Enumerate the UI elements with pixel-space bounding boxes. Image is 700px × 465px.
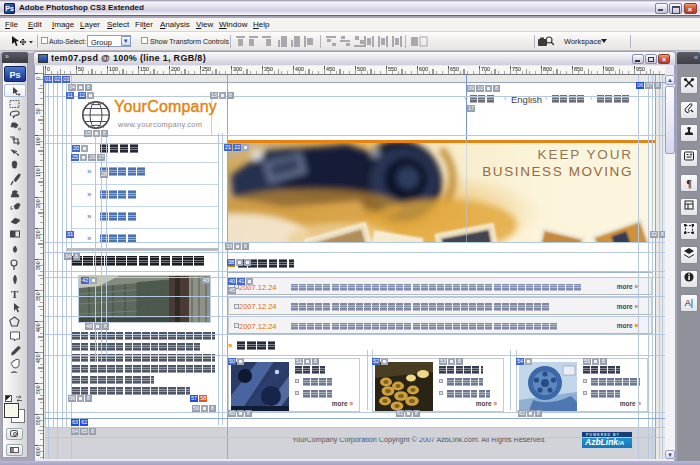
svg-text:T: T (11, 288, 19, 300)
